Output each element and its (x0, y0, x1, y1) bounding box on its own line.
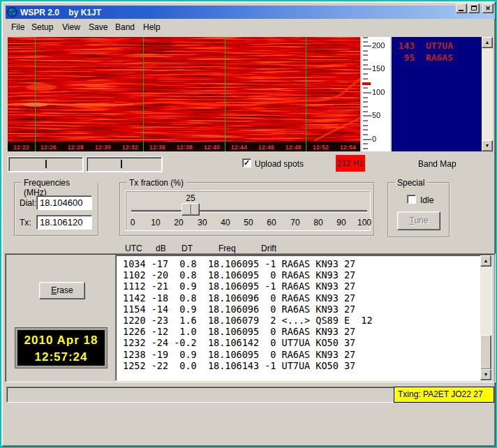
erase-button-label: Erase (40, 283, 84, 299)
scale-ticks (363, 37, 373, 151)
clock-date: 2010 Apr 18 (17, 332, 105, 349)
globe-icon (7, 7, 17, 17)
minimize-button[interactable] (456, 3, 467, 13)
menu-band[interactable]: Band (115, 22, 135, 32)
scroll-up-button[interactable]: ▲ (482, 37, 493, 48)
close-icon: ✕ (485, 5, 491, 12)
waterfall-time-label: 12:46 (253, 144, 280, 151)
waterfall-time-label: 12:48 (280, 144, 307, 151)
tx-fraction-slider-handle[interactable] (181, 203, 200, 216)
waterfall-time-label: 12:54 (334, 144, 360, 151)
decode-row[interactable]: 1142 -18 0.8 18.106096 0 RA6AS KN93 27 (117, 292, 479, 304)
check-icon: ✓ (244, 158, 250, 167)
rx-level-indicator[interactable] (8, 157, 83, 172)
menu-file[interactable]: File (11, 22, 24, 32)
waterfall-display[interactable]: 12:22 12:26 12:28 12:30 12:32 12:36 12:3… (8, 37, 360, 151)
band-map-scrollbar[interactable]: ▲ ▼ (482, 37, 493, 151)
frequencies-group: Frequencies (MHz) Dial: Tx: (14, 182, 99, 237)
erase-button[interactable]: Erase (39, 282, 85, 299)
scroll-down-icon: ▼ (484, 372, 489, 377)
menu-view[interactable]: View (62, 22, 80, 32)
bandwidth-badge: 212 Hz (336, 155, 365, 172)
scroll-down-button[interactable]: ▼ (482, 140, 493, 151)
tx-tick-label: 30 (193, 218, 212, 227)
tx-fraction-group-label: Tx fraction (%) (126, 178, 186, 188)
window-title: WSPR 2.0 by K1JT (20, 8, 101, 17)
menu-help[interactable]: Help (143, 22, 161, 32)
decode-list-scrollbar[interactable]: ▲ ▼ (480, 255, 491, 380)
decode-row[interactable]: 1112 -21 0.9 18.106095 -1 RA6AS KN93 27 (117, 281, 479, 292)
waterfall-time-label: 12:36 (144, 144, 171, 151)
desktop: WSPR 2.0 by K1JT ✕ File Setup View Save … (0, 0, 497, 448)
band-map-panel[interactable]: 143 UT7UA 95 RA6AS ▲ ▼ (392, 37, 493, 151)
title-bar[interactable]: WSPR 2.0 by K1JT (6, 6, 495, 19)
tx-frequency-input[interactable] (36, 215, 92, 230)
tx-tick-label: 20 (169, 218, 188, 227)
close-button[interactable]: ✕ (482, 3, 494, 13)
column-header-freq: Freq (218, 244, 236, 253)
decode-row[interactable]: 1232 -24 -0.2 18.106142 0 UT7UA KO50 37 (117, 337, 479, 348)
clock-time: 12:57:24 (17, 349, 105, 366)
tx-tick-label: 50 (239, 218, 258, 227)
decode-row[interactable]: 1238 -19 0.9 18.106095 0 RA6AS KN93 27 (117, 349, 479, 360)
waterfall-time-label: 12:38 (171, 144, 198, 151)
decode-row[interactable]: 1154 -14 0.9 18.106096 0 RA6AS KN93 27 (117, 304, 479, 315)
decode-row[interactable]: 1220 -23 1.6 18.106079 2 <...> QS89 E 12 (117, 315, 479, 326)
decode-row[interactable]: 1252 -22 0.0 18.106143 -1 UT7UA KO50 37 (117, 360, 479, 371)
level-marker (45, 160, 47, 168)
scroll-up-button[interactable]: ▲ (480, 255, 491, 267)
tune-button-label: Tune (398, 212, 440, 230)
maximize-button[interactable] (468, 3, 480, 13)
band-map-entry: 95 RA6AS (399, 52, 453, 63)
waterfall-time-label: 12:40 (198, 144, 225, 151)
tx-tick-label: 40 (216, 218, 235, 227)
frequency-scale: 200 150 100 50 0 (362, 37, 390, 151)
waterfall-time-label: 12:44 (225, 144, 253, 151)
slider-handle-line (191, 204, 191, 214)
minimize-icon (459, 10, 463, 11)
frequencies-group-label: Frequencies (MHz) (21, 178, 98, 197)
column-header-utc: UTC (125, 244, 142, 253)
upload-spots-checkbox[interactable]: ✓ (242, 158, 251, 167)
idle-checkbox[interactable] (407, 195, 416, 204)
scroll-up-icon: ▲ (484, 258, 489, 263)
tx-tick-label: 90 (332, 218, 351, 227)
scale-label: 150 (372, 64, 389, 73)
scroll-down-button[interactable]: ▼ (480, 369, 491, 380)
waterfall-time-label: 12:32 (117, 144, 144, 151)
tx-tick-label: 80 (309, 218, 328, 227)
waterfall-spectrogram (8, 37, 360, 151)
tx-tick-label: 100 (355, 218, 374, 227)
decode-list[interactable]: 1034 -17 0.8 18.106095 -1 RA6AS KN93 27 … (115, 255, 492, 381)
special-group: Special Idle Tune (387, 182, 450, 238)
scrollbar-thumb[interactable] (480, 335, 491, 370)
txing-status: Txing: PA2ET JO22 27 (394, 387, 494, 403)
decode-row[interactable]: 1034 -17 0.8 18.106095 -1 RA6AS KN93 27 (117, 258, 479, 269)
tx-tick-label: 60 (262, 218, 281, 227)
menu-setup[interactable]: Setup (31, 22, 53, 32)
scale-label: 0 (372, 135, 389, 143)
column-header-db: dB (156, 244, 166, 253)
scale-label: 200 (372, 41, 389, 50)
scale-label: 100 (372, 88, 389, 96)
tx-fraction-slider-panel: 25 0 10 20 30 40 50 60 70 80 90 100 (125, 191, 371, 231)
decode-row[interactable]: 1102 -20 0.8 18.106095 0 RA6AS KN93 27 (117, 269, 479, 281)
tune-button[interactable]: Tune (397, 211, 440, 230)
tx-tick-label: 10 (146, 218, 165, 227)
tx-fraction-group: Tx fraction (%) 25 0 10 20 30 40 50 60 7… (119, 182, 375, 237)
upload-spots-label: Upload spots (255, 159, 304, 169)
tx-fraction-track[interactable] (131, 210, 367, 213)
waterfall-time-label: 12:52 (307, 144, 334, 151)
scale-label: 50 (372, 111, 389, 119)
scroll-up-icon: ▲ (485, 40, 490, 45)
waterfall-time-label: 12:30 (89, 144, 117, 151)
tx-label: Tx: (20, 218, 31, 227)
waterfall-time-label: 12:26 (35, 144, 62, 151)
waterfall-time-label: 12:22 (8, 144, 35, 151)
waterfall-time-label: 12:28 (62, 144, 89, 151)
decode-row[interactable]: 1226 -12 1.0 18.106095 0 RA6AS KN93 27 (117, 326, 479, 337)
tx-level-indicator[interactable] (87, 157, 162, 172)
menu-save[interactable]: Save (89, 22, 107, 32)
level-marker (121, 160, 122, 168)
dial-frequency-input[interactable] (36, 195, 92, 210)
